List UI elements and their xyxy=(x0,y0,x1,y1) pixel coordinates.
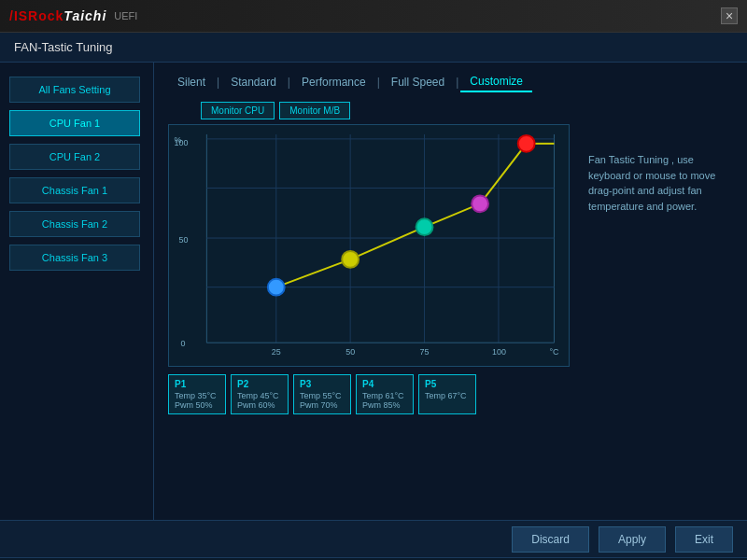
point-p4-pwm: Pwm 85% xyxy=(362,400,407,410)
monitor-cpu-button[interactable]: Monitor CPU xyxy=(201,102,275,119)
point-card-p3[interactable]: P3 Temp 55°C Pwm 70% xyxy=(293,374,351,414)
point-p2-temp: Temp 45°C xyxy=(237,391,282,400)
close-button[interactable]: × xyxy=(721,7,738,24)
header: /ISRockTaichi UEFI × xyxy=(0,0,747,33)
point-p1-pwm: Pwm 50% xyxy=(175,400,219,410)
footer: Discard Apply Exit xyxy=(0,520,747,557)
tab-silent[interactable]: Silent xyxy=(168,73,215,91)
svg-text:0: 0 xyxy=(181,339,186,348)
content-area: Silent | Standard | Performance | Full S… xyxy=(154,63,747,520)
svg-text:50: 50 xyxy=(345,347,355,357)
point-p4-temp: Temp 61°C xyxy=(362,391,407,400)
point-p1-title: P1 xyxy=(175,379,219,389)
point-p2-pwm: Pwm 60% xyxy=(237,400,282,410)
point-card-p4[interactable]: P4 Temp 61°C Pwm 85% xyxy=(356,374,414,414)
point-cards-row: P1 Temp 35°C Pwm 50% P2 Temp 45°C Pwm 60… xyxy=(168,374,570,414)
sidebar-item-chassis-fan3[interactable]: Chassis Fan 3 xyxy=(9,245,140,271)
point-p4-title: P4 xyxy=(362,379,407,389)
tab-sep-3: | xyxy=(377,76,380,89)
brand-taichi: Taichi xyxy=(63,8,106,23)
svg-point-25 xyxy=(518,135,535,152)
sidebar-item-chassis-fan1[interactable]: Chassis Fan 1 xyxy=(9,177,140,203)
point-p3-temp: Temp 55°C xyxy=(300,391,345,400)
point-card-p5[interactable]: P5 Temp 67°C xyxy=(418,374,476,414)
brand-logo: /ISRockTaichi xyxy=(9,8,106,23)
tab-standard[interactable]: Standard xyxy=(221,73,286,91)
fan-curve-chart[interactable]: % 100 50 0 25 50 75 100 °C xyxy=(168,124,570,367)
apply-button[interactable]: Apply xyxy=(599,526,666,553)
uefi-label: UEFI xyxy=(114,10,137,21)
svg-point-21 xyxy=(268,279,285,296)
sidebar-item-all-fans[interactable]: All Fans Setting xyxy=(9,77,140,103)
tab-customize[interactable]: Customize xyxy=(460,72,532,92)
svg-text:25: 25 xyxy=(272,347,281,357)
sidebar-item-chassis-fan2[interactable]: Chassis Fan 2 xyxy=(9,211,140,237)
svg-text:100: 100 xyxy=(492,347,506,357)
sidebar-item-cpu-fan1[interactable]: CPU Fan 1 xyxy=(9,110,140,136)
info-panel: Fan Tastic Tuning , use keyboard or mous… xyxy=(579,124,738,414)
tab-sep-2: | xyxy=(288,76,290,89)
page-title: FAN-Tastic Tuning xyxy=(14,40,113,54)
tab-sep-4: | xyxy=(456,76,458,89)
svg-point-22 xyxy=(342,251,359,268)
exit-button[interactable]: Exit xyxy=(675,526,733,553)
svg-point-24 xyxy=(472,195,488,212)
svg-text:100: 100 xyxy=(175,138,189,147)
chart-wrap: % 100 50 0 25 50 75 100 °C xyxy=(168,124,570,414)
tab-full-speed[interactable]: Full Speed xyxy=(382,73,454,91)
tab-bar: Silent | Standard | Performance | Full S… xyxy=(168,72,738,92)
chart-container: % 100 50 0 25 50 75 100 °C xyxy=(168,124,738,414)
point-p5-temp: Temp 67°C xyxy=(425,391,470,400)
sidebar: All Fans Setting CPU Fan 1 CPU Fan 2 Cha… xyxy=(0,63,154,520)
svg-text:°C: °C xyxy=(550,347,560,357)
sidebar-item-cpu-fan2[interactable]: CPU Fan 2 xyxy=(9,144,140,170)
point-p2-title: P2 xyxy=(237,379,282,389)
svg-text:75: 75 xyxy=(420,347,430,357)
point-p3-pwm: Pwm 70% xyxy=(300,400,345,410)
tab-performance[interactable]: Performance xyxy=(292,73,375,91)
brand-asrock: /ISRock xyxy=(9,8,63,23)
discard-button[interactable]: Discard xyxy=(512,526,589,553)
point-p1-temp: Temp 35°C xyxy=(175,391,219,400)
point-p3-title: P3 xyxy=(300,379,345,389)
title-bar: FAN-Tastic Tuning xyxy=(0,33,747,63)
point-card-p2[interactable]: P2 Temp 45°C Pwm 60% xyxy=(231,374,289,414)
point-card-p1[interactable]: P1 Temp 35°C Pwm 50% xyxy=(168,374,226,414)
point-p5-title: P5 xyxy=(425,379,470,389)
info-text: Fan Tastic Tuning , use keyboard or mous… xyxy=(588,152,728,214)
main-area: All Fans Setting CPU Fan 1 CPU Fan 2 Cha… xyxy=(0,63,747,520)
tab-sep-1: | xyxy=(217,76,219,89)
monitor-mb-button[interactable]: Monitor M/B xyxy=(279,102,350,119)
svg-text:50: 50 xyxy=(179,235,189,245)
svg-point-23 xyxy=(416,218,433,235)
monitor-buttons: Monitor CPU Monitor M/B xyxy=(201,102,738,119)
